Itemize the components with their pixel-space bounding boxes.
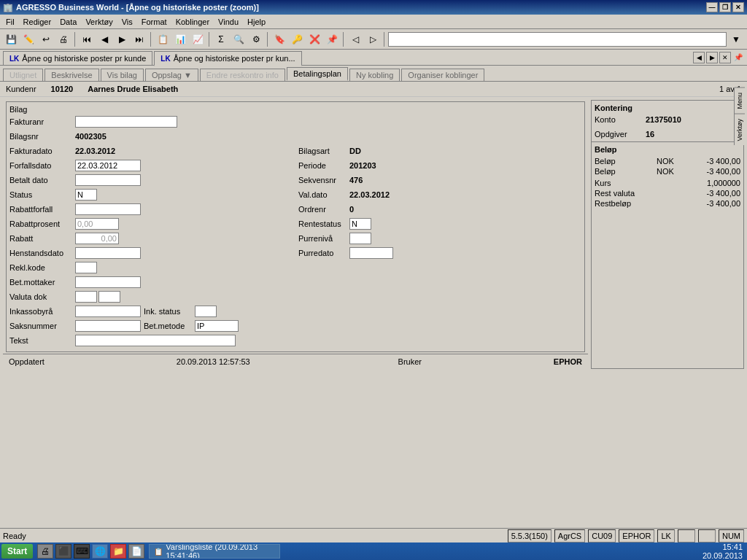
saksnummer-input[interactable] [75, 320, 141, 332]
tab-vis-bilag[interactable]: Vis bilag [101, 69, 144, 81]
fakturadato-value: 22.03.2012 [75, 147, 115, 155]
taskbar-icons: 🖨 ⬛ ⌨ 🌐 📁 📄 [34, 544, 147, 559]
konto-label: Konto [595, 115, 646, 124]
toolbar-btn-18[interactable]: 📌 [324, 31, 340, 47]
toolbar-btn-17[interactable]: ❌ [306, 31, 322, 47]
rabattforfall-row: Rabattforfall [9, 203, 293, 216]
tab-beskrivelse[interactable]: Beskrivelse [44, 69, 98, 81]
belop-amount-2: -3 400,00 [689, 167, 740, 176]
rabattprosent-input[interactable] [75, 218, 119, 230]
toolbar-btn-9[interactable]: 📋 [155, 31, 171, 47]
valuta-dok-input-1[interactable] [75, 291, 97, 303]
menu-fil[interactable]: Fil [1, 16, 19, 28]
tab-endre-reskontro[interactable]: Endre reskontro info [200, 69, 285, 81]
henstandsdato-input[interactable] [75, 247, 141, 259]
toolbar-btn-19[interactable]: ◁ [347, 31, 363, 47]
taskbar-icon-2[interactable]: ⬛ [55, 544, 71, 559]
toolbar-btn-15[interactable]: 🔖 [271, 31, 287, 47]
fakturanr-input[interactable] [75, 116, 177, 128]
toolbar-btn-3[interactable]: ↩ [38, 31, 54, 47]
inkasso-byra-input[interactable] [75, 306, 141, 317]
rekl-kode-input[interactable] [75, 262, 97, 273]
tab-pin-btn[interactable]: 📌 [732, 52, 744, 63]
toolbar-search-input[interactable] [388, 32, 727, 47]
close-button[interactable]: ✕ [732, 2, 744, 12]
belop-label-1: Beløp [595, 157, 646, 166]
taskbar: Start 🖨 ⬛ ⌨ 🌐 📁 📄 📋 Varslingsliste (20.0… [0, 542, 747, 560]
tab-apne-historiske-1[interactable]: LK Åpne og historiske poster pr kunde [3, 51, 152, 65]
menu-hjelp[interactable]: Hjelp [243, 16, 270, 28]
toolbar-btn-11[interactable]: 📈 [190, 31, 206, 47]
menu-data[interactable]: Data [55, 16, 81, 28]
menu-rediger[interactable]: Rediger [19, 16, 56, 28]
ink-status-input[interactable] [195, 306, 217, 317]
status-input[interactable] [75, 189, 97, 201]
menu-koblinger[interactable]: Koblinger [171, 16, 214, 28]
restbelop-value: -3 400,00 [707, 199, 740, 208]
taskbar-icon-1[interactable]: 🖨 [37, 544, 53, 559]
tekst-input[interactable] [75, 335, 236, 346]
toolbar-dropdown-btn[interactable]: ▼ [728, 31, 744, 47]
menu-vis[interactable]: Vis [117, 16, 137, 28]
belop-currency-1: NOK [657, 157, 678, 166]
taskbar-varslingsliste[interactable]: 📋 Varslingsliste (20.09.2013 15:41:46) [149, 544, 280, 559]
left-panel: Bilag Fakturanr Bilagsnr 4002305 Faktura… [3, 100, 588, 369]
rabattforfall-input[interactable] [75, 203, 141, 215]
tab-organiser-koblinger[interactable]: Organiser koblinger [401, 69, 484, 81]
tab-ny-kobling[interactable]: Ny kobling [349, 69, 400, 81]
bet-metode-input[interactable] [195, 320, 239, 332]
menu-format[interactable]: Format [137, 16, 171, 28]
form-two-col-1: Fakturadato 22.03.2012 Forfallsdato Beta… [9, 144, 581, 305]
toolbar-btn-6[interactable]: ◀ [96, 31, 112, 47]
taskbar-icon-6[interactable]: 📄 [128, 544, 144, 559]
taskbar-icon-3[interactable]: ⌨ [74, 544, 90, 559]
menu-bar: Fil Rediger Data Verktøy Vis Format Kobl… [0, 15, 747, 29]
taskbar-icon-5[interactable]: 📁 [110, 544, 126, 559]
taskbar-icon-4[interactable]: 🌐 [92, 544, 108, 559]
purredato-input[interactable] [349, 247, 393, 259]
tab-oppslag[interactable]: Oppslag ▼ [145, 69, 198, 81]
forfallsdato-input[interactable] [75, 160, 141, 171]
toolbar-btn-8[interactable]: ⏭ [131, 31, 147, 47]
menu-verktoy[interactable]: Verktøy [81, 16, 117, 28]
valuta-dok-input-2[interactable] [98, 291, 120, 303]
empty-badge-1 [678, 529, 695, 542]
purredato-row: Purredato [298, 246, 581, 260]
vert-tab-verktoy[interactable]: Verktøy [735, 114, 745, 146]
toolbar-btn-13[interactable]: 🔍 [231, 31, 247, 47]
rabatt-input[interactable] [75, 233, 119, 244]
rentestatus-input[interactable] [349, 218, 371, 230]
toolbar-btn-16[interactable]: 🔑 [289, 31, 305, 47]
toolbar-btn-10[interactable]: 📊 [172, 31, 188, 47]
customer-name: Aarnes Drude Elisabeth [88, 85, 178, 93]
agr-badge: AgrCS [554, 529, 585, 542]
betalt-dato-input[interactable] [75, 174, 141, 186]
start-button[interactable]: Start [1, 544, 33, 559]
restore-button[interactable]: ❐ [719, 2, 731, 12]
toolbar-btn-20[interactable]: ▷ [365, 31, 381, 47]
toolbar-btn-5[interactable]: ⏮ [79, 31, 95, 47]
lk-badge: LK [657, 529, 674, 542]
toolbar-separator-4 [267, 32, 268, 47]
belop-row-1: Beløp NOK -3 400,00 [595, 157, 740, 166]
tab-close-btn[interactable]: ✕ [719, 52, 731, 63]
toolbar-btn-2[interactable]: ✏️ [20, 31, 36, 47]
toolbar-btn-7[interactable]: ▶ [114, 31, 130, 47]
tab-utlignet[interactable]: Utlignet [3, 69, 43, 81]
toolbar-btn-4[interactable]: 🖨 [55, 31, 71, 47]
bet-mottaker-input[interactable] [75, 276, 141, 288]
tab-next-btn[interactable]: ▶ [706, 52, 718, 63]
tab-betalingsplan[interactable]: Betalingsplan [287, 67, 348, 81]
vert-tab-menu[interactable]: Menu [735, 88, 745, 114]
konto-value: 21375010 [646, 115, 681, 124]
tab-prev-btn[interactable]: ◀ [693, 52, 705, 63]
toolbar-btn-12[interactable]: Σ [213, 31, 229, 47]
rest-valuta-label: Rest valuta [595, 189, 646, 198]
toolbar-btn-1[interactable]: 💾 [3, 31, 19, 47]
minimize-button[interactable]: — [706, 2, 718, 12]
purreniva-input[interactable] [349, 233, 371, 244]
menu-vindu[interactable]: Vindu [214, 16, 243, 28]
tab-apne-historiske-2[interactable]: LK Åpne og historiske poster pr kun... [154, 51, 301, 66]
bilagsnr-row: Bilagsnr 4002305 [9, 130, 581, 143]
toolbar-btn-14[interactable]: ⚙ [248, 31, 264, 47]
